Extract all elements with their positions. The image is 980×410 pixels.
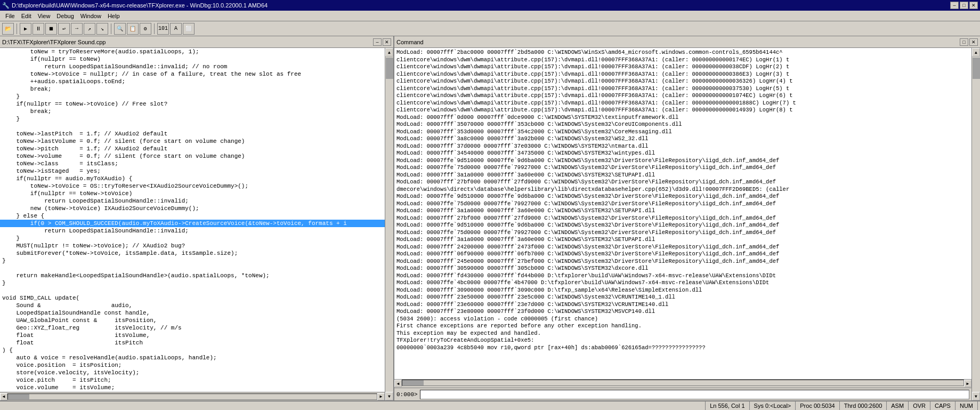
titlebar-controls: – □ ✕ xyxy=(950,2,978,9)
menu-debug[interactable]: Debug xyxy=(53,12,77,20)
vscroll-up-arrow[interactable]: ▲ xyxy=(385,48,393,57)
toolbar-btn3[interactable]: ⏹ xyxy=(45,23,57,35)
code-area[interactable]: toNew = tryToReserveMore(audio.spatialLo… xyxy=(0,48,385,392)
toolbar-open[interactable]: 📂 xyxy=(2,23,14,35)
toolbar-btn12[interactable]: A xyxy=(170,23,182,35)
toolbar-btn10[interactable]: ⚙ xyxy=(140,23,151,35)
maximize-button[interactable]: □ xyxy=(960,2,968,9)
vscroll-thumb[interactable] xyxy=(386,58,393,79)
right-hscroll-thumb[interactable] xyxy=(402,380,424,385)
left-panel-collapse[interactable]: – xyxy=(373,38,382,46)
code-line: if(nullptr == toNew->toVoice) // Free sl… xyxy=(0,100,385,108)
close-button[interactable]: ✕ xyxy=(969,2,978,9)
cmd-line: clientcore\windows\dwm\dwmapi\attribute.… xyxy=(396,92,969,100)
toolbar-btn9[interactable]: 📋 xyxy=(127,23,139,35)
status-proc: Proc 00:5034 xyxy=(796,401,839,410)
left-panel-header: D:\TFX\TFXplorer\TFXplorer Sound.cpp – ✕ xyxy=(0,36,393,48)
menu-view[interactable]: View xyxy=(35,12,54,20)
code-line: float itsVolume, xyxy=(0,332,385,339)
code-line: ) { xyxy=(0,347,385,354)
code-line: MUST(nullptr != toNew->toVoice); // XAud… xyxy=(0,242,385,250)
status-ln-col: Ln 556, Col 1 xyxy=(706,401,749,410)
toolbar-btn11[interactable]: 101 xyxy=(157,23,169,35)
code-line: toNew->pitch = 1.f; // XAudio2 default xyxy=(0,145,385,152)
code-line: if(nullptr == toNew) xyxy=(0,55,385,63)
command-prompt: 0:000> xyxy=(396,391,418,398)
minimize-button[interactable]: – xyxy=(950,2,959,9)
statusbar: Ln 556, Col 1 Sys 0:<Local> Proc 00:5034… xyxy=(0,400,980,410)
hscroll-thumb[interactable] xyxy=(8,394,29,399)
toolbar-sep3 xyxy=(154,23,155,34)
toolbar-btn7[interactable]: ↘ xyxy=(96,23,108,35)
titlebar: 🔧 D:\tfxplorer\build\UAW\Windows7-x64-ms… xyxy=(0,0,980,11)
code-line: ++audio.spatialLoops.toEnd; xyxy=(0,78,385,85)
cmd-line: ModLoad: 00007ffe`75d0000 00007ffe`79927… xyxy=(396,200,969,208)
cmd-line: ModLoad: 00007ffe`4bc0000 00007ffe`4b470… xyxy=(396,279,969,287)
right-panel: Command □ ✕ ModLoad: 00007fff`2bac0000 0… xyxy=(394,36,980,400)
right-scroll-left[interactable]: ◀ xyxy=(394,380,402,387)
right-vscroll-track[interactable] xyxy=(972,57,980,392)
menu-window[interactable]: Window xyxy=(77,12,104,20)
toolbar-btn2[interactable]: ⏸ xyxy=(33,23,44,35)
right-vscroll-up[interactable]: ▲ xyxy=(972,48,980,57)
hscroll-track[interactable] xyxy=(7,393,377,400)
vscroll-down-arrow[interactable]: ▼ xyxy=(385,392,393,400)
right-hscrollbar: ◀ ▶ xyxy=(394,379,971,388)
cmd-line: clientcore\windows\dwm\dwmapi\attribute.… xyxy=(396,100,969,107)
left-panel-header-btns: – ✕ xyxy=(373,38,391,46)
code-line: new (toNew->toVoice) IXAudio2SourceVoice… xyxy=(0,205,385,212)
app-icon: 🔧 xyxy=(2,2,10,9)
right-panel-expand[interactable]: □ xyxy=(960,38,968,46)
code-line: return makeHandle<LoopedSpatialSoundHand… xyxy=(0,272,385,279)
code-line: if(nullptr == audio.myToXAudio) { xyxy=(0,175,385,182)
toolbar-btn13[interactable]: ⬜ xyxy=(183,23,195,35)
status-num: NUM xyxy=(955,401,978,410)
menu-edit[interactable]: Edit xyxy=(18,12,35,20)
menu-file[interactable]: File xyxy=(2,12,18,20)
left-panel: D:\TFX\TFXplorer\TFXplorer Sound.cpp – ✕… xyxy=(0,36,394,400)
cmd-line: clientcore\windows\dwm\dwmapi\attribute.… xyxy=(396,57,969,64)
right-vscroll-thumb[interactable] xyxy=(973,58,980,79)
code-line xyxy=(0,123,385,130)
code-line: Geo::XYZ_float_reg itsVelocity, // m/s xyxy=(0,324,385,332)
code-line: toNew->lastPitch = 1.f; // XAudio2 defau… xyxy=(0,130,385,138)
cmd-line: ModLoad: 00007fff`23e60000 00007fff`23e7… xyxy=(396,301,969,309)
cmd-line: ModLoad: 00007fff`37d0000 00007fff`37e03… xyxy=(396,143,969,150)
status-ovr: OVR xyxy=(909,401,930,410)
cmd-line: clientcore\windows\dwm\dwmapi\attribute.… xyxy=(396,107,969,114)
toolbar-btn1[interactable]: ▶ xyxy=(20,23,31,35)
cmd-line: clientcore\windows\dwm\dwmapi\attribute.… xyxy=(396,71,969,78)
left-panel-close[interactable]: ✕ xyxy=(383,38,391,46)
code-line: toNew = tryToReserveMore(audio.spatialLo… xyxy=(0,48,385,55)
right-panel-close[interactable]: ✕ xyxy=(969,38,978,46)
right-hscroll-track[interactable] xyxy=(402,380,964,386)
cmd-line: ModLoad: 00007fff`3a8c0000 00007fff`3a92… xyxy=(396,135,969,143)
code-line: } xyxy=(0,93,385,100)
cmd-line: ModLoad: 00007fff`2bac0000 00007fff`2bd5… xyxy=(396,49,969,57)
toolbar-btn4[interactable]: ↩ xyxy=(58,23,70,35)
toolbar-btn8[interactable]: 🔍 xyxy=(114,23,126,35)
cmd-line: ModLoad: 00007fff`34540000 00007fff`3473… xyxy=(396,150,969,157)
code-line: toNew->toVoice = OS::tryToReserve<IXAudi… xyxy=(0,182,385,190)
code-line: store(voice.velocity, itsVelocity); xyxy=(0,369,385,376)
scroll-right-arrow[interactable]: ▶ xyxy=(377,393,385,400)
code-line: } xyxy=(0,257,385,264)
cmd-line: ModLoad: 00007fff`24200000 00007fff`2473… xyxy=(396,244,969,251)
command-input[interactable] xyxy=(420,390,969,399)
cmd-line: ModLoad: 00007fff`27bf000 00007fff`27fd9… xyxy=(396,215,969,222)
menu-help[interactable]: Help xyxy=(104,12,123,20)
scroll-left-arrow[interactable]: ◀ xyxy=(0,393,7,400)
toolbar-btn5[interactable]: → xyxy=(71,23,83,35)
code-line: voice.position = itsPosition; xyxy=(0,361,385,369)
status-thrd: Thrd 000:2600 xyxy=(840,401,887,410)
right-scroll-right[interactable]: ▶ xyxy=(964,380,971,387)
status-asm: ASM xyxy=(887,401,909,410)
code-line: UAW_GlobalPoint const & itsPosition, xyxy=(0,317,385,324)
status-sys: Sys 0:<Local> xyxy=(750,401,796,410)
toolbar-btn6[interactable]: ↗ xyxy=(84,23,95,35)
right-vscroll-down[interactable]: ▼ xyxy=(972,392,980,400)
vscroll-track[interactable] xyxy=(385,57,393,392)
code-line: } xyxy=(0,279,385,287)
left-vscrollbar: ▲ ▼ xyxy=(385,48,393,400)
code-line: toNew->lastVolume = 0.f; // silent (forc… xyxy=(0,138,385,145)
